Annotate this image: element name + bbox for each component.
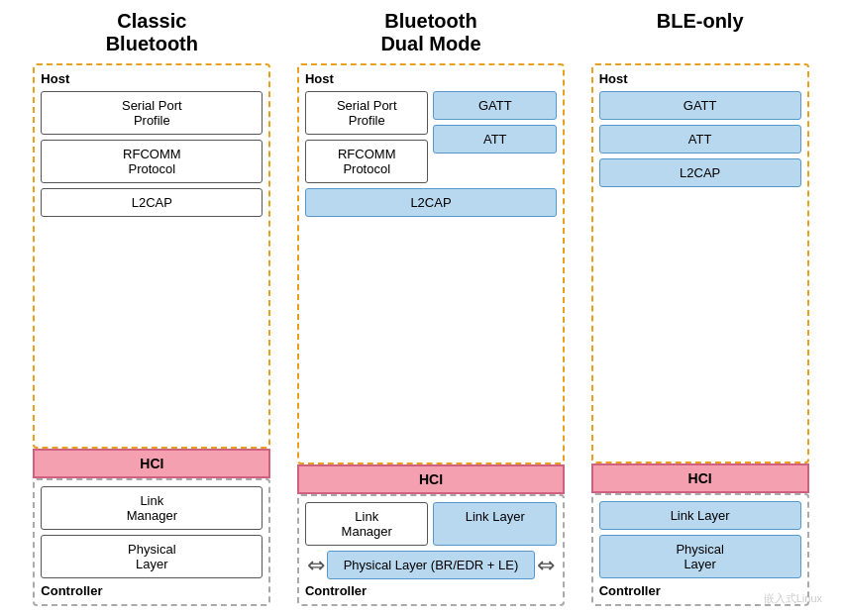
dual-rfcomm: RFCOMMProtocol [305, 140, 429, 183]
classic-rfcomm: RFCOMMProtocol [41, 140, 263, 183]
ble-att: ATT [599, 125, 801, 154]
ble-controller-box: Link Layer PhysicalLayer Controller [591, 493, 809, 606]
right-arrow: ⇔ [535, 553, 557, 578]
ble-hci: HCI [591, 463, 809, 493]
watermark: 嵌入式Linux [764, 591, 822, 606]
dual-gatt: GATT [433, 91, 557, 120]
dual-controller-top-row: LinkManager Link Layer [305, 502, 557, 546]
left-arrow: ⇔ [305, 553, 327, 578]
classic-serial-port-profile: Serial PortProfile [41, 91, 263, 135]
dual-host-box: Host Serial PortProfile RFCOMMProtocol G… [297, 63, 565, 464]
diagram: Host Serial PortProfile RFCOMMProtocol L… [20, 63, 822, 606]
ble-title: BLE-only [591, 10, 809, 55]
dual-controller-label: Controller [305, 583, 557, 598]
column-titles: ClassicBluetooth BluetoothDual Mode BLE-… [20, 10, 822, 55]
ble-host-box: Host GATT ATT L2CAP [591, 63, 809, 463]
classic-host-label: Host [41, 71, 263, 86]
classic-host-box: Host Serial PortProfile RFCOMMProtocol L… [33, 63, 270, 449]
dual-host-label: Host [305, 71, 557, 86]
classic-physical-layer: PhysicalLayer [41, 535, 263, 578]
ble-physical-layer: PhysicalLayer [599, 535, 801, 578]
classic-title: ClassicBluetooth [33, 10, 270, 55]
dual-host-top-row: Serial PortProfile RFCOMMProtocol GATT A… [305, 91, 557, 188]
classic-l2cap: L2CAP [41, 188, 263, 217]
classic-hci: HCI [33, 449, 270, 478]
classic-controller-label: Controller [41, 583, 263, 598]
dual-link-layer: Link Layer [433, 502, 557, 546]
dual-physical-row: ⇔ Physical Layer (BR/EDR + LE) ⇔ [305, 551, 557, 579]
dual-host-right: GATT ATT [433, 91, 557, 188]
ble-l2cap: L2CAP [599, 158, 801, 187]
dual-att: ATT [433, 125, 557, 154]
classic-column: Host Serial PortProfile RFCOMMProtocol L… [33, 63, 270, 606]
dual-title: BluetoothDual Mode [297, 10, 565, 55]
dual-link-manager: LinkManager [305, 502, 429, 546]
ble-gatt: GATT [599, 91, 801, 120]
dual-l2cap: L2CAP [305, 188, 557, 217]
dual-host-left: Serial PortProfile RFCOMMProtocol [305, 91, 429, 188]
ble-host-label: Host [599, 71, 801, 86]
dual-column: Host Serial PortProfile RFCOMMProtocol G… [297, 63, 565, 606]
classic-controller-box: LinkManager PhysicalLayer Controller [33, 478, 270, 606]
dual-controller-box: LinkManager Link Layer ⇔ Physical Layer … [297, 494, 565, 606]
classic-link-manager: LinkManager [41, 486, 263, 530]
dual-serial-port-profile: Serial PortProfile [305, 91, 429, 135]
dual-hci: HCI [297, 464, 565, 494]
ble-column: Host GATT ATT L2CAP HCI Link Layer Physi… [591, 63, 809, 606]
dual-physical-layer: Physical Layer (BR/EDR + LE) [327, 551, 535, 579]
ble-link-layer: Link Layer [599, 501, 801, 530]
